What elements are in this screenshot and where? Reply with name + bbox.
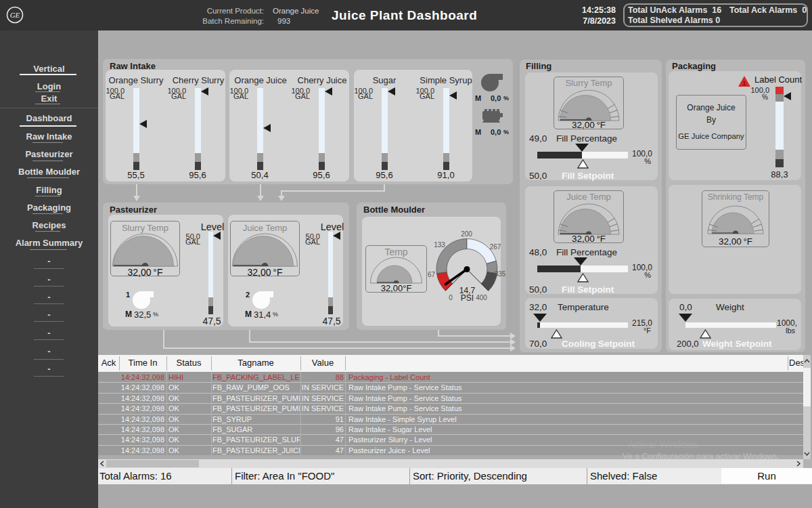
svg-text:67: 67 [428,271,436,278]
svg-text:PSI: PSI [461,293,474,303]
svg-text:GE: GE [10,11,20,19]
svg-text:400: 400 [476,294,487,301]
svg-text:200: 200 [461,230,472,238]
svg-text:133: 133 [434,241,445,249]
svg-text:335: 335 [495,270,506,278]
svg-text:267: 267 [490,243,501,251]
svg-text:0: 0 [449,294,453,301]
